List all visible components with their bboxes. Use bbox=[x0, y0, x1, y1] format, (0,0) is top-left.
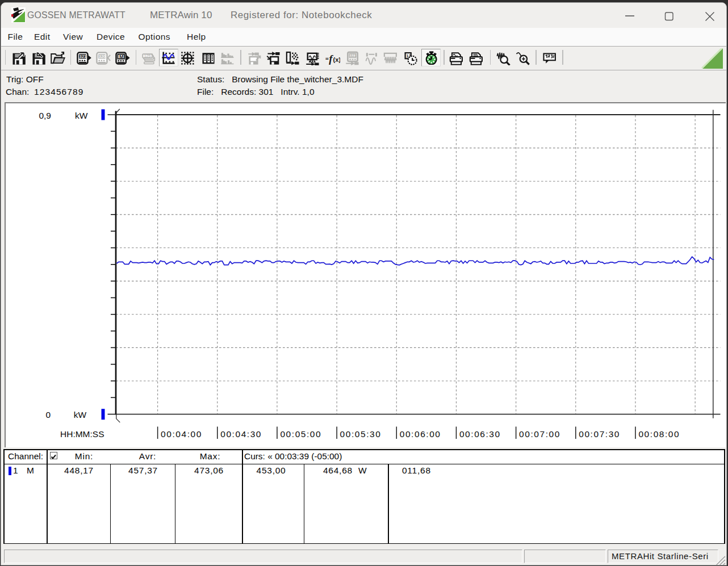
channel-marker-bottom bbox=[102, 409, 105, 420]
status-bar: METRAHit Starline-Seri bbox=[1, 544, 726, 564]
device-name: METRAHit Starline-Seri bbox=[608, 550, 718, 563]
cursor1-top-flag bbox=[116, 109, 120, 115]
col-header-cursor[interactable]: Curs: « 00:03:39 (-05:00) bbox=[244, 451, 342, 462]
x-tick bbox=[396, 427, 398, 439]
y-unit-bottom-label: kW bbox=[74, 410, 87, 420]
x-tick bbox=[157, 427, 158, 439]
y-max-label: 0,9 bbox=[39, 111, 51, 120]
cursor1-bottom-flag bbox=[116, 414, 120, 423]
y-unit-top-label: kW bbox=[75, 111, 88, 120]
channel-marker-top bbox=[102, 110, 105, 120]
status-panel-device: METRAHit Starline-Seri bbox=[608, 550, 718, 563]
app-window: GOSSEN METRAWATT METRAwin 10 Registered … bbox=[1, 2, 727, 565]
x-tick-label: 00:04:00 bbox=[161, 429, 202, 439]
resize-grip-icon[interactable] bbox=[714, 555, 725, 565]
x-tick bbox=[456, 427, 457, 439]
x-tick bbox=[277, 427, 278, 439]
col-header-channel[interactable]: Channel: bbox=[8, 451, 43, 462]
x-tick-label: 00:05:30 bbox=[340, 429, 382, 439]
power-trace bbox=[117, 257, 714, 265]
table-header-separator bbox=[3, 464, 725, 465]
value-unit: W bbox=[358, 466, 367, 475]
channel-color-marker bbox=[9, 467, 11, 475]
value-cursor2: 464,68 W bbox=[323, 466, 367, 476]
x-tick-label: 00:07:00 bbox=[519, 429, 560, 439]
status-panel-main bbox=[4, 550, 522, 563]
value-avr: 457,37 bbox=[111, 466, 175, 476]
col-header-min[interactable]: Min: bbox=[53, 451, 115, 462]
channel-mode: M bbox=[27, 466, 34, 476]
col-header-avr[interactable]: Avr: bbox=[116, 451, 179, 462]
screen: GOSSEN METRAWATT METRAwin 10 Registered … bbox=[0, 0, 728, 566]
x-tick-label: 00:08:00 bbox=[638, 429, 680, 439]
x-tick bbox=[336, 427, 337, 439]
channel-number[interactable]: 1 bbox=[13, 466, 18, 476]
x-tick bbox=[635, 427, 636, 439]
x-tick-label: 00:04:30 bbox=[220, 429, 262, 439]
x-tick bbox=[575, 427, 576, 439]
col-header-max[interactable]: Max: bbox=[177, 451, 244, 462]
x-tick-label: 00:06:00 bbox=[400, 429, 441, 439]
value-min: 448,17 bbox=[48, 466, 110, 476]
value-max: 473,06 bbox=[176, 466, 242, 476]
measurement-table: Channel: Min: Avr: Max: Curs: « 00:03:39… bbox=[3, 449, 725, 544]
y-min-label: 0 bbox=[45, 410, 51, 420]
value-delta: 011,68 bbox=[402, 466, 431, 476]
x-tick bbox=[516, 427, 517, 439]
x-tick-label: 00:05:00 bbox=[280, 429, 321, 439]
x-tick bbox=[217, 427, 218, 439]
x-tick-label: 00:07:30 bbox=[579, 429, 620, 439]
x-tick-label: 00:06:30 bbox=[459, 429, 501, 439]
value-cursor1: 453,00 bbox=[241, 466, 302, 476]
status-panel-mid bbox=[524, 550, 606, 563]
x-axis-format-label: HH:MM:SS bbox=[60, 429, 104, 439]
